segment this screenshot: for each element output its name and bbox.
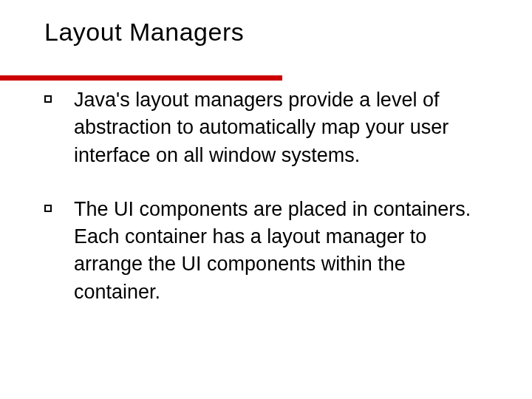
bullet-item: The UI components are placed in containe…: [44, 196, 489, 306]
slide-title: Layout Managers: [44, 18, 489, 47]
slide-content: Java's layout managers provide a level o…: [44, 86, 489, 306]
bullet-text: The UI components are placed in containe…: [74, 196, 489, 306]
square-bullet-icon: [44, 95, 52, 103]
bullet-item: Java's layout managers provide a level o…: [44, 86, 489, 169]
title-underline: [0, 75, 282, 81]
square-bullet-icon: [44, 205, 52, 212]
slide: Layout Managers Java's layout managers p…: [0, 0, 532, 399]
bullet-text: Java's layout managers provide a level o…: [74, 86, 489, 169]
